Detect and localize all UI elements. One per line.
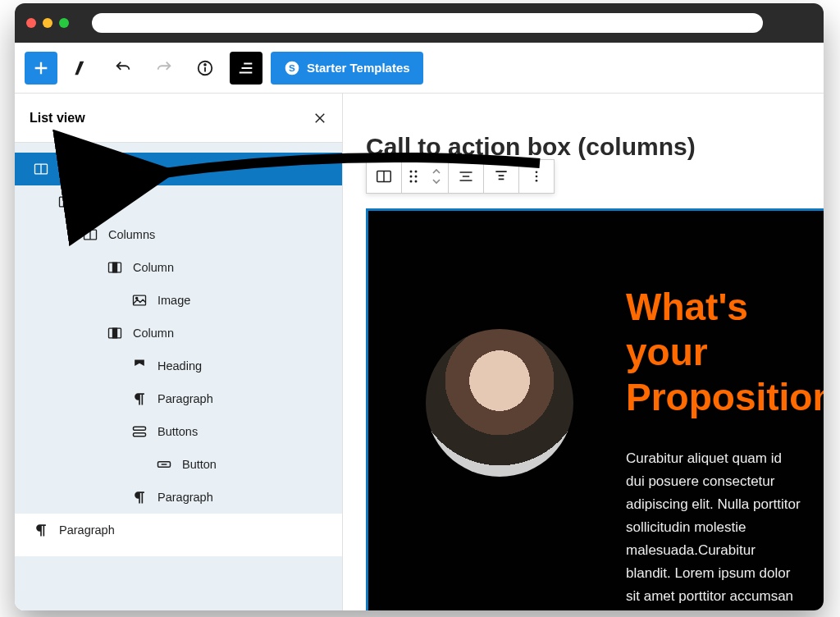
- window-minimize-dot[interactable]: [43, 18, 52, 28]
- svg-rect-19: [113, 263, 117, 272]
- columns-icon: [82, 226, 98, 243]
- tree-item-label: Column: [133, 327, 174, 340]
- svg-point-42: [536, 171, 538, 173]
- svg-point-32: [410, 176, 413, 178]
- svg-point-34: [410, 181, 413, 183]
- svg-point-31: [415, 171, 418, 173]
- svg-rect-24: [134, 427, 146, 430]
- block-type-button[interactable]: [367, 160, 401, 193]
- svg-point-21: [136, 297, 138, 299]
- align-button[interactable]: [449, 160, 483, 193]
- page-title[interactable]: Call to action box (columns): [366, 133, 696, 161]
- avatar-image[interactable]: [426, 329, 573, 477]
- tree-item-label: Columns: [59, 162, 106, 176]
- list-view-title: List view: [30, 111, 85, 126]
- tree-item-paragraph[interactable]: Paragraph: [15, 382, 342, 415]
- heading-icon: [131, 358, 148, 374]
- drag-handle[interactable]: [402, 160, 425, 193]
- tree-item-label: Paragraph: [158, 491, 213, 504]
- svg-rect-15: [64, 197, 68, 207]
- undo-button[interactable]: [107, 52, 139, 85]
- tree-item-column[interactable]: Column: [15, 251, 342, 284]
- hero-heading[interactable]: What's your Proposition: [626, 285, 804, 421]
- tree-item-label: Image: [158, 294, 190, 307]
- svg-point-44: [536, 180, 538, 182]
- edit-mode-button[interactable]: [66, 52, 98, 85]
- block-tree: ColumnsColumnColumnsColumnImageColumnHea…: [15, 143, 342, 610]
- window-maximize-dot[interactable]: [59, 18, 69, 28]
- column-icon: [107, 325, 123, 341]
- tree-item-label: Buttons: [158, 425, 198, 438]
- tree-item-image[interactable]: Image: [15, 284, 342, 317]
- tree-item-button[interactable]: Button: [15, 448, 342, 481]
- tree-item-label: Column: [84, 195, 125, 208]
- tree-item-columns[interactable]: Columns: [15, 218, 342, 251]
- tree-item-column[interactable]: Column: [15, 185, 342, 218]
- tree-item-heading[interactable]: Heading: [15, 350, 342, 382]
- canvas: Call to action box (columns): [343, 94, 824, 610]
- svg-point-35: [415, 181, 418, 183]
- list-view-header: List view: [15, 94, 342, 143]
- tree-item-label: Column: [133, 261, 174, 274]
- svg-point-4: [204, 63, 206, 65]
- tree-item-paragraph[interactable]: Paragraph: [15, 481, 342, 514]
- block-toolbar: [366, 159, 555, 194]
- column-content: What's your Proposition Curabitur alique…: [626, 285, 804, 578]
- tree-item-label: Heading: [158, 359, 202, 372]
- svg-point-43: [536, 176, 538, 178]
- close-panel-button[interactable]: [313, 111, 327, 126]
- editor-app: S Starter Templates List view ColumnsCol…: [15, 43, 824, 610]
- tree-item-label: Paragraph: [59, 523, 115, 537]
- tree-item-label: Columns: [108, 228, 155, 241]
- svg-point-33: [415, 176, 418, 178]
- svg-rect-25: [134, 433, 146, 436]
- tree-item-column[interactable]: Column: [15, 317, 342, 350]
- editor-main: List view ColumnsColumnColumnsColumnImag…: [15, 94, 824, 610]
- buttons-icon: [131, 423, 148, 440]
- tree-item-label: Paragraph: [158, 392, 213, 405]
- tree-item-paragraph[interactable]: Paragraph: [15, 514, 342, 546]
- move-controls[interactable]: [425, 160, 448, 193]
- tree-item-label: Button: [182, 458, 217, 471]
- svg-rect-23: [113, 328, 117, 338]
- add-block-button[interactable]: [25, 52, 57, 85]
- column-icon: [107, 259, 123, 276]
- starter-templates-icon: S: [284, 60, 300, 76]
- button-icon: [156, 456, 172, 473]
- starter-templates-label: Starter Templates: [307, 61, 410, 75]
- editor-toolbar: S Starter Templates: [15, 43, 824, 94]
- tree-item-buttons[interactable]: Buttons: [15, 415, 342, 448]
- close-icon: [313, 111, 327, 126]
- columns-icon: [33, 161, 49, 177]
- list-view-toggle-button[interactable]: [230, 52, 262, 85]
- browser-window: S Starter Templates List view ColumnsCol…: [15, 3, 824, 610]
- image-icon: [131, 292, 148, 308]
- starter-templates-button[interactable]: S Starter Templates: [271, 52, 423, 85]
- paragraph-icon: [131, 391, 148, 407]
- window-close-dot[interactable]: [26, 18, 36, 28]
- tree-item-columns[interactable]: Columns: [15, 153, 342, 185]
- vertical-align-button[interactable]: [484, 160, 518, 193]
- paragraph-icon: [33, 522, 49, 538]
- block-options-button[interactable]: [519, 160, 554, 193]
- redo-button[interactable]: [148, 52, 180, 85]
- columns-block[interactable]: What's your Proposition Curabitur alique…: [366, 208, 824, 610]
- info-button[interactable]: [189, 52, 221, 85]
- hero-paragraph[interactable]: Curabitur aliquet quam id dui posuere co…: [626, 447, 804, 610]
- paragraph-icon: [131, 489, 148, 505]
- window-titlebar: [15, 3, 824, 43]
- svg-point-30: [410, 171, 413, 173]
- svg-text:S: S: [289, 62, 295, 73]
- list-view-panel: List view ColumnsColumnColumnsColumnImag…: [15, 94, 343, 610]
- column-icon: [57, 194, 74, 210]
- url-bar[interactable]: [92, 13, 763, 33]
